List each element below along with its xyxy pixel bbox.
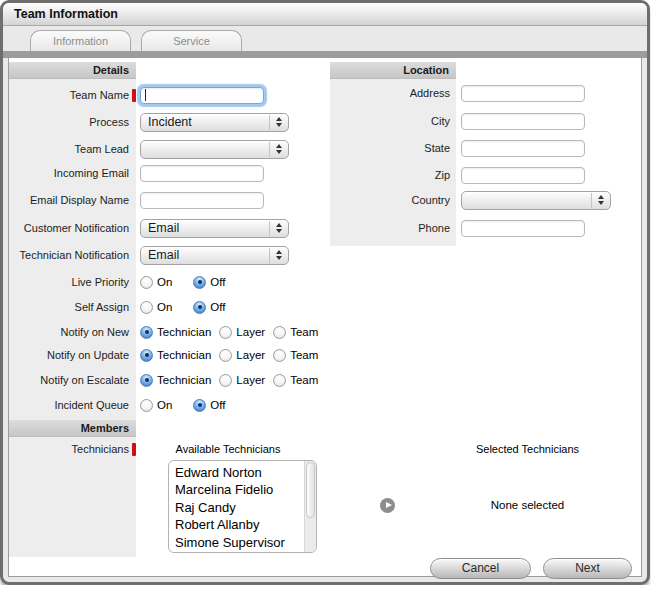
- process-select[interactable]: Incident: [140, 113, 289, 132]
- notify-escalate-team-radio[interactable]: [273, 374, 286, 387]
- technician-notification-row: Technician Notification Email: [9, 245, 329, 265]
- members-section-header: Members: [9, 420, 136, 437]
- state-row: State: [330, 138, 647, 158]
- stepper-arrows-icon: [591, 193, 610, 208]
- notify-on-new-label: Notify on New: [9, 326, 129, 338]
- team-lead-select[interactable]: [140, 140, 289, 159]
- list-item[interactable]: Marcelina Fidelio: [175, 481, 302, 498]
- text-caret: [145, 89, 146, 101]
- notify-update-layer-radio[interactable]: [219, 349, 232, 362]
- notify-new-layer-radio[interactable]: [219, 326, 232, 339]
- incident-queue-off-radio[interactable]: [193, 399, 206, 412]
- list-item[interactable]: Edward Norton: [175, 464, 302, 481]
- self-assign-on-radio[interactable]: [140, 301, 153, 314]
- location-section-header: Location: [330, 62, 456, 79]
- customer-notification-row: Customer Notification Email: [9, 218, 329, 238]
- notify-new-technician-radio[interactable]: [140, 326, 153, 339]
- zip-input[interactable]: [461, 167, 585, 184]
- incident-queue-row: Incident Queue On Off: [9, 395, 329, 415]
- country-label: Country: [330, 194, 450, 206]
- available-technicians-listbox[interactable]: Edward Norton Marcelina Fidelio Raj Cand…: [168, 460, 317, 553]
- stepper-arrows-icon: [269, 115, 288, 130]
- required-marker-icon: [132, 89, 136, 102]
- incoming-email-input[interactable]: [140, 165, 264, 182]
- phone-label: Phone: [330, 222, 450, 234]
- email-display-name-input[interactable]: [140, 192, 264, 209]
- tab-service[interactable]: Service: [141, 30, 242, 51]
- none-selected-text: None selected: [440, 499, 615, 511]
- cancel-button[interactable]: Cancel: [430, 558, 531, 579]
- stepper-arrows-icon: [269, 142, 288, 157]
- technicians-row: Technicians: [9, 441, 136, 457]
- email-display-name-label: Email Display Name: [9, 194, 129, 206]
- stepper-arrows-icon: [269, 221, 288, 236]
- listbox-scrollbar[interactable]: [304, 461, 316, 552]
- live-priority-on-radio[interactable]: [140, 276, 153, 289]
- incoming-email-row: Incoming Email: [9, 163, 329, 183]
- notify-update-team-radio[interactable]: [273, 349, 286, 362]
- customer-notification-select[interactable]: Email: [140, 219, 289, 238]
- notify-on-update-row: Notify on Update Technician Layer Team: [9, 345, 329, 365]
- customer-notification-label: Customer Notification: [9, 222, 129, 234]
- window-title: Team Information: [14, 7, 118, 21]
- team-lead-label: Team Lead: [9, 143, 129, 155]
- notify-on-new-row: Notify on New Technician Layer Team: [9, 322, 329, 342]
- email-display-name-row: Email Display Name: [9, 190, 329, 210]
- live-priority-off-radio[interactable]: [193, 276, 206, 289]
- live-priority-row: Live Priority On Off: [9, 272, 329, 292]
- tab-information[interactable]: Information: [30, 30, 131, 51]
- address-input[interactable]: [461, 85, 585, 102]
- next-button[interactable]: Next: [543, 558, 632, 579]
- stepper-arrows-icon: [269, 248, 288, 263]
- process-row: Process Incident: [9, 112, 329, 132]
- phone-input[interactable]: [461, 220, 585, 237]
- city-label: City: [330, 115, 450, 127]
- notify-on-escalate-row: Notify on Escalate Technician Layer Team: [9, 370, 329, 390]
- team-name-label: Team Name: [9, 89, 129, 101]
- form-panel: Details Location Members Team Name Proce…: [8, 57, 642, 577]
- scrollbar-thumb[interactable]: [306, 462, 315, 518]
- technician-notification-select[interactable]: Email: [140, 246, 289, 265]
- incident-queue-label: Incident Queue: [9, 399, 129, 411]
- notify-escalate-layer-radio[interactable]: [219, 374, 232, 387]
- technicians-label: Technicians: [72, 443, 129, 455]
- team-name-input[interactable]: [140, 87, 264, 104]
- city-row: City: [330, 111, 647, 131]
- notify-on-update-label: Notify on Update: [9, 349, 129, 361]
- state-label: State: [330, 142, 450, 154]
- incident-queue-on-radio[interactable]: [140, 399, 153, 412]
- process-label: Process: [9, 116, 129, 128]
- self-assign-row: Self Assign On Off: [9, 297, 329, 317]
- city-input[interactable]: [461, 113, 585, 130]
- move-right-arrow-button[interactable]: [380, 498, 395, 513]
- live-priority-label: Live Priority: [9, 276, 129, 288]
- notify-escalate-technician-radio[interactable]: [140, 374, 153, 387]
- zip-label: Zip: [330, 169, 450, 181]
- team-name-row: Team Name: [9, 85, 329, 105]
- state-input[interactable]: [461, 140, 585, 157]
- self-assign-label: Self Assign: [9, 301, 129, 313]
- address-label: Address: [330, 87, 450, 99]
- technician-list: Edward Norton Marcelina Fidelio Raj Cand…: [175, 464, 302, 551]
- details-section-header: Details: [9, 62, 136, 79]
- technician-notification-label: Technician Notification: [9, 249, 129, 261]
- list-item[interactable]: Robert Allanby: [175, 516, 302, 533]
- list-item[interactable]: Simone Supervisor: [175, 534, 302, 551]
- list-item[interactable]: Raj Candy: [175, 499, 302, 516]
- incoming-email-label: Incoming Email: [9, 167, 129, 179]
- address-row: Address: [330, 83, 647, 103]
- team-lead-row: Team Lead: [9, 139, 329, 159]
- required-marker-icon: [132, 443, 136, 456]
- phone-row: Phone: [330, 218, 647, 238]
- window-titlebar: Team Information: [3, 3, 647, 26]
- selected-technicians-title: Selected Technicians: [440, 443, 615, 455]
- notify-on-escalate-label: Notify on Escalate: [9, 374, 129, 386]
- available-technicians-title: Available Technicians: [140, 443, 316, 455]
- country-row: Country: [330, 190, 647, 210]
- notify-update-technician-radio[interactable]: [140, 349, 153, 362]
- notify-new-team-radio[interactable]: [273, 326, 286, 339]
- team-information-window: Team Information Information Service Det…: [0, 0, 650, 585]
- zip-row: Zip: [330, 165, 647, 185]
- country-select[interactable]: [461, 191, 611, 210]
- self-assign-off-radio[interactable]: [193, 301, 206, 314]
